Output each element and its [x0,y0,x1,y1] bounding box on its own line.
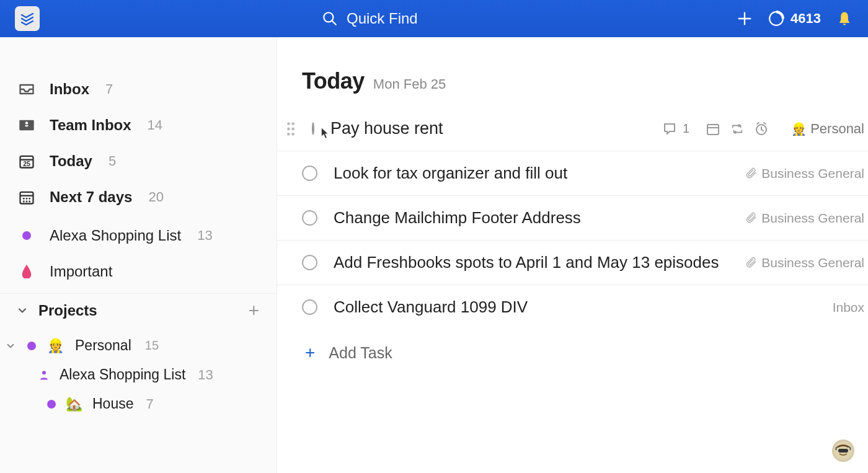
sidebar-subproject-house[interactable]: 🏡 House 7 [0,389,277,418]
sidebar-favorite-alexa[interactable]: Alexa Shopping List 13 [0,218,277,254]
task-tag-label: Personal [810,121,864,137]
svg-point-11 [23,198,25,200]
add-task-icon[interactable] [736,10,753,27]
svg-point-23 [291,133,294,136]
add-project-button[interactable]: + [248,300,259,321]
task-row[interactable]: Pay house rent 1 👷 Personal [277,107,868,151]
chevron-down-icon [16,304,29,317]
task-row[interactable]: Collect Vanguard 1099 DIV Inbox [277,285,868,329]
recurring-icon[interactable] [730,122,744,136]
add-task-button[interactable]: + Add Task [277,329,868,363]
task-checkbox[interactable] [312,123,314,135]
task-row[interactable]: Add Freshbooks spots to April 1 and May … [277,241,868,285]
sidebar-item-today[interactable]: 25 Today 5 [0,143,277,179]
paperclip-icon [745,212,758,224]
search-bar[interactable]: Quick Find [322,10,418,27]
task-checkbox[interactable] [302,166,317,181]
svg-point-20 [287,127,290,130]
sidebar-item-inbox[interactable]: Inbox 7 [0,71,277,107]
sidebar-item-next-7-days[interactable]: Next 7 days 20 [0,179,277,215]
task-text: Change Mailchimp Footer Address [334,208,729,228]
svg-point-13 [29,198,30,200]
sidebar-item-label: Team Inbox [50,117,131,134]
svg-text:25: 25 [23,160,30,167]
reminder-icon[interactable] [754,122,769,136]
svg-point-16 [29,201,30,203]
calendar-today-icon: 25 [17,152,36,170]
comment-count: 1 [683,122,689,136]
schedule-icon[interactable] [706,122,720,136]
task-checkbox[interactable] [302,210,317,226]
sidebar-project-personal[interactable]: 👷 Personal 15 [0,331,277,360]
drag-handle-icon[interactable] [286,122,296,136]
notifications-button[interactable] [836,10,853,27]
main-content: Today Mon Feb 25 Pay house rent 1 [277,37,868,473]
top-bar: Quick Find 4613 [0,0,868,37]
plus-icon: + [305,343,315,363]
sidebar-item-count: 20 [148,189,163,205]
app-logo[interactable] [15,6,40,31]
team-inbox-icon [17,116,36,135]
task-tag-label: Business General [761,166,864,181]
task-project-tag[interactable]: Inbox [833,300,868,315]
user-avatar[interactable] [832,440,854,462]
bell-icon [836,10,853,27]
task-checkbox[interactable] [302,255,317,270]
avatar-face-icon [834,441,852,460]
sidebar-item-label: Important [50,263,112,280]
page-date: Mon Feb 25 [373,76,446,92]
search-icon [322,11,338,27]
task-tag-label: Business General [761,255,864,270]
task-project-tag[interactable]: Business General [745,166,868,181]
subproject-label: House [92,396,133,412]
svg-point-18 [287,122,290,125]
project-label: Personal [75,337,131,354]
task-project-tag[interactable]: Business General [745,255,868,270]
task-text: Collect Vanguard 1099 DIV [334,298,817,317]
inbox-icon [17,80,36,99]
chevron-down-icon [5,340,16,351]
task-text: Look for tax organizer and fill out [334,164,729,183]
task-row[interactable]: Look for tax organizer and fill out Busi… [277,151,868,196]
project-count: 15 [145,338,159,353]
svg-point-12 [26,198,28,200]
karma-counter[interactable]: 4613 [768,11,821,27]
comment-icon [662,122,678,136]
projects-header-label: Projects [38,302,97,319]
subproject-count: 13 [198,367,213,383]
page-title: Today [302,68,365,94]
svg-rect-24 [707,125,719,135]
svg-point-21 [291,127,294,130]
task-row[interactable]: Change Mailchimp Footer Address Business… [277,196,868,241]
task-project-tag[interactable]: 👷 Personal [791,121,868,137]
sidebar-item-label: Today [50,153,92,170]
task-project-tag[interactable]: Business General [745,211,868,226]
sidebar-favorite-important[interactable]: Important [0,254,277,290]
sidebar-item-team-inbox[interactable]: Team Inbox 14 [0,107,277,143]
person-icon [38,369,50,381]
search-placeholder: Quick Find [347,10,418,27]
svg-point-17 [42,371,46,374]
paperclip-icon [745,257,758,269]
sidebar-item-label: Next 7 days [50,188,132,206]
project-color-dot [47,400,56,409]
person-emoji-icon: 👷 [47,338,64,354]
task-tag-label: Inbox [833,300,864,315]
sidebar-item-count: 5 [108,153,116,169]
todoist-logo-icon [20,11,35,26]
project-color-dot [17,226,36,245]
cursor-pointer-icon [317,126,330,140]
svg-point-14 [23,201,25,203]
subproject-label: Alexa Shopping List [60,366,185,383]
task-checkbox[interactable] [302,299,317,315]
task-comment-badge[interactable]: 1 [662,122,689,136]
task-hover-actions [706,122,775,136]
important-icon [17,262,36,281]
svg-line-1 [332,20,336,25]
sidebar-item-count: 13 [197,228,212,244]
task-tag-label: Business General [761,211,864,226]
task-text: Add Freshbooks spots to April 1 and May … [334,253,729,272]
sidebar-subproject-alexa[interactable]: Alexa Shopping List 13 [0,360,277,389]
paperclip-icon [745,167,758,180]
sidebar-projects-header[interactable]: Projects + [0,293,277,327]
